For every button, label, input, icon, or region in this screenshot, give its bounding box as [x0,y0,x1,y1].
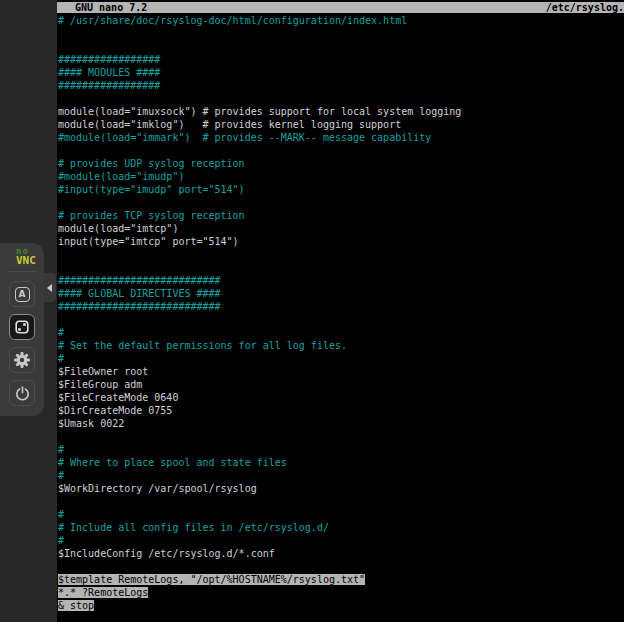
editor-line [58,196,624,209]
editor-line [58,313,624,326]
editor-line [58,560,624,573]
editor-line [58,144,624,157]
editor-line [58,92,624,105]
editor-line: module(load="imklog") # provides kernel … [58,118,624,131]
editor-line: # [58,508,624,521]
editor-line: # [58,352,624,365]
editor-line: # /usr/share/doc/rsyslog-doc/html/config… [58,14,624,27]
panel-separator [7,271,37,272]
editor-line: $template RemoteLogs, "/opt/%HOSTNAME%/r… [58,573,624,586]
keyboard-button[interactable]: A [9,281,35,307]
editor-line: $FileGroup adm [58,378,624,391]
editor-line [58,40,624,53]
editor-line: # provides UDP syslog reception [58,157,624,170]
editor-line [58,261,624,274]
editor-line: input(type="imtcp" port="514") [58,235,624,248]
power-button[interactable] [9,380,35,406]
nano-version-label: GNU nano 7.2 [75,2,147,13]
editor-line: #module(load="imudp") [58,170,624,183]
editor-line: # Where to place spool and state files [58,456,624,469]
settings-button[interactable] [9,347,35,373]
editor-line: *.* ?RemoteLogs [58,586,624,599]
editor-line: # Set the default permissions for all lo… [58,339,624,352]
editor-line [58,430,624,443]
editor-line: module(load="imtcp") [58,222,624,235]
editor-line: ################# [58,79,624,92]
panel-collapse-handle[interactable] [42,272,57,303]
editor-line: # [58,469,624,482]
editor-line: $WorkDirectory /var/spool/rsyslog [58,482,624,495]
editor-line: ################# [58,53,624,66]
fullscreen-icon [14,319,30,335]
novnc-logo: no VNC [0,243,44,268]
editor-line: #### GLOBAL DIRECTIVES #### [58,287,624,300]
editor-line: $Umask 0022 [58,417,624,430]
nano-titlebar: GNU nano 7.2 /etc/rsyslog. [57,2,624,13]
editor-line: $FileCreateMode 0640 [58,391,624,404]
editor-line: # [58,326,624,339]
terminal[interactable]: GNU nano 7.2 /etc/rsyslog. # /usr/share/… [57,0,624,622]
editor-line: # [58,534,624,547]
novnc-logo-vnc: VNC [16,256,44,265]
editor-line: # Include all config files in /etc/rsysl… [58,521,624,534]
fullscreen-button[interactable] [9,314,35,340]
editor-line: # provides TCP syslog reception [58,209,624,222]
nano-filename-label: /etc/rsyslog. [546,2,624,13]
editor-line [58,27,624,40]
editor-line: # [58,443,624,456]
editor-line: $FileOwner root [58,365,624,378]
editor-line: $DirCreateMode 0755 [58,404,624,417]
editor-line: #### MODULES #### [58,66,624,79]
editor-line [58,248,624,261]
editor-line: #input(type="imudp" port="514") [58,183,624,196]
editor-lines[interactable]: # /usr/share/doc/rsyslog-doc/html/config… [58,14,624,622]
gear-icon [14,352,30,368]
novnc-control-panel: no VNC A [0,243,44,416]
editor-line [58,495,624,508]
editor-line: #module(load="immark") # provides --MARK… [58,131,624,144]
editor-line: ########################### [58,274,624,287]
editor-line: $IncludeConfig /etc/rsyslog.d/*.conf [58,547,624,560]
power-icon [15,386,30,401]
editor-line: module(load="imuxsock") # provides suppo… [58,105,624,118]
editor-line: ########################### [58,300,624,313]
keyboard-a-icon: A [15,287,30,302]
collapse-arrow-icon [47,284,52,292]
editor-line: & stop [58,599,624,612]
